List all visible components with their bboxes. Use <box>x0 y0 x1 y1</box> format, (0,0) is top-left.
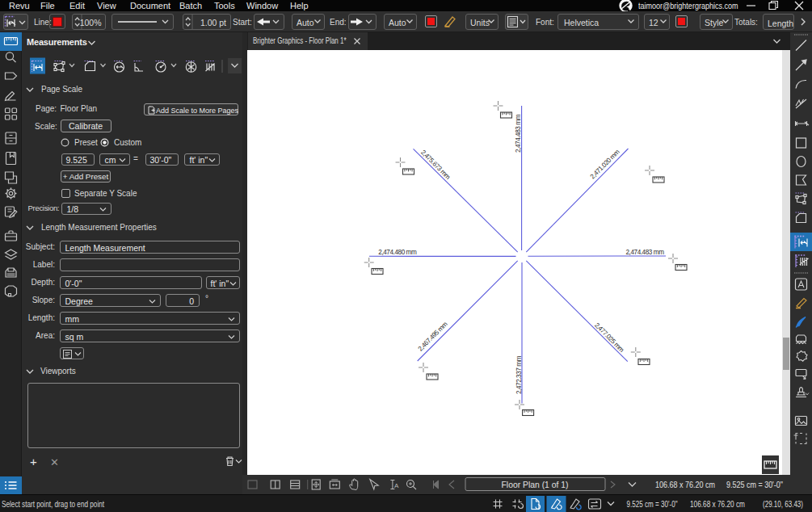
svg-text:9.525 cm = 30'-0": 9.525 cm = 30'-0" <box>726 480 783 489</box>
svg-text:2,474.483 mm: 2,474.483 mm <box>515 114 522 153</box>
svg-text:(29.10, 63.43): (29.10, 63.43) <box>763 499 803 509</box>
svg-text:9.525 cm = 30'-0": 9.525 cm = 30'-0" <box>627 499 678 509</box>
svg-text:2,474.480 mm: 2,474.480 mm <box>378 249 417 256</box>
svg-text:2,475.673 mm: 2,475.673 mm <box>419 149 452 181</box>
svg-text:A: A <box>394 482 399 489</box>
svg-text:2,477.025 mm: 2,477.025 mm <box>593 321 625 354</box>
svg-text:2,474.483 mm: 2,474.483 mm <box>626 249 665 256</box>
svg-text:106.68 x 76.20 cm: 106.68 x 76.20 cm <box>655 480 715 489</box>
svg-text:2,467.495 mm: 2,467.495 mm <box>417 321 449 353</box>
svg-text:106.68 x 76.20 cm: 106.68 x 76.20 cm <box>690 499 745 509</box>
svg-text:2,472.337 mm: 2,472.337 mm <box>515 355 523 394</box>
svg-text:Floor Plan (1 of 1): Floor Plan (1 of 1) <box>502 480 569 489</box>
svg-text:2,471.020 mm: 2,471.020 mm <box>589 148 621 180</box>
